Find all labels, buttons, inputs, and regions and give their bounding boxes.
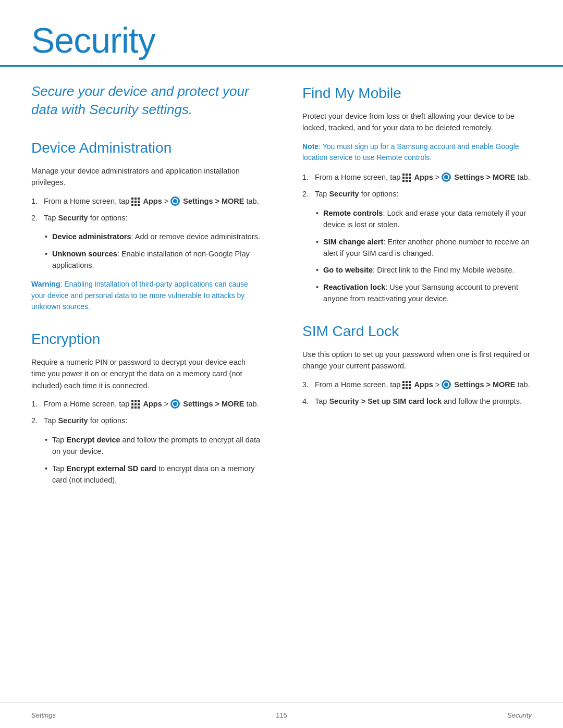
find-my-mobile-step-1: 1. From a Home screen, tap Apps > Settin… <box>302 172 532 183</box>
footer-page-number: 115 <box>276 710 287 721</box>
find-my-mobile-section: Find My Mobile Protect your device from … <box>302 82 532 305</box>
encryption-step-1: 1. From a Home screen, tap Apps > Settin… <box>31 399 261 410</box>
encryption-bullet-2: Tap Encrypt external SD card to encrypt … <box>45 463 261 486</box>
find-my-mobile-desc: Protect your device from loss or theft a… <box>302 110 532 134</box>
device-administration-desc: Manage your device administrators and ap… <box>31 165 261 189</box>
page-header: Security <box>0 0 563 67</box>
fmm-bullet-1: Remote controls: Lock and erase your dat… <box>316 207 532 231</box>
sim-card-lock-section: SIM Card Lock Use this option to set up … <box>302 320 532 407</box>
page-container: Security Secure your device and protect … <box>0 0 563 728</box>
device-administration-section: Device Administration Manage your device… <box>31 137 261 313</box>
footer-left: Settings <box>31 710 56 721</box>
encryption-step-2: 2. Tap Security for options: <box>31 415 261 427</box>
find-my-mobile-step-2: 2. Tap Security for options: <box>302 189 532 200</box>
sim-lock-step-3: 3. From a Home screen, tap Apps > Settin… <box>302 379 532 391</box>
apps-grid-icon-3 <box>402 174 411 182</box>
tagline: Secure your device and protect your data… <box>31 82 261 119</box>
fmm-bullet-2: SIM change alert: Enter another phone nu… <box>316 236 532 260</box>
device-admin-bullets: Device administrators: Add or remove dev… <box>45 231 261 271</box>
settings-icon-1 <box>170 196 180 206</box>
encryption-bullet-1: Tap Encrypt device and follow the prompt… <box>45 434 261 458</box>
find-my-mobile-bullets: Remote controls: Lock and erase your dat… <box>316 207 532 305</box>
sim-lock-step-4: 4. Tap Security > Set up SIM card lock a… <box>302 396 532 408</box>
right-column: Find My Mobile Protect your device from … <box>292 82 532 697</box>
encryption-steps: 1. From a Home screen, tap Apps > Settin… <box>31 399 261 427</box>
sim-card-lock-desc: Use this option to set up your password … <box>302 349 532 372</box>
device-administration-title: Device Administration <box>31 137 261 159</box>
apps-grid-icon-2 <box>131 400 140 409</box>
settings-icon-2 <box>170 399 180 409</box>
fmm-bullet-3: Go to website: Direct link to the Find m… <box>316 264 532 276</box>
page-title: Security <box>31 21 532 60</box>
device-admin-warning: Warning: Enabling installation of third-… <box>31 279 261 313</box>
device-admin-bullet-1: Device administrators: Add or remove dev… <box>45 231 261 242</box>
device-admin-step-2: 2. Tap Security for options: <box>31 213 261 224</box>
page-footer: Settings 115 Security <box>0 702 563 728</box>
apps-grid-icon-4 <box>402 381 411 389</box>
device-admin-step-1: 1. From a Home screen, tap Apps > Settin… <box>31 196 261 207</box>
sim-card-lock-steps: 3. From a Home screen, tap Apps > Settin… <box>302 379 532 408</box>
find-my-mobile-steps: 1. From a Home screen, tap Apps > Settin… <box>302 172 532 200</box>
device-admin-bullet-2: Unknown sources: Enable installation of … <box>45 248 261 272</box>
apps-grid-icon-1 <box>131 198 140 206</box>
encryption-desc: Require a numeric PIN or password to dec… <box>31 356 261 391</box>
left-column: Secure your device and protect your data… <box>31 82 271 697</box>
fmm-bullet-4: Reactivation lock: Use your Samsung acco… <box>316 281 532 305</box>
sim-card-lock-title: SIM Card Lock <box>302 320 532 342</box>
find-my-mobile-title: Find My Mobile <box>302 82 532 104</box>
main-content: Secure your device and protect your data… <box>0 67 563 728</box>
encryption-title: Encryption <box>31 328 261 350</box>
settings-icon-3 <box>442 172 451 182</box>
encryption-bullets: Tap Encrypt device and follow the prompt… <box>45 434 261 486</box>
encryption-section: Encryption Require a numeric PIN or pass… <box>31 328 261 486</box>
settings-icon-4 <box>442 380 451 389</box>
footer-right: Security <box>507 710 532 721</box>
device-admin-steps: 1. From a Home screen, tap Apps > Settin… <box>31 196 261 224</box>
find-my-mobile-note: Note: You must sign up for a Samsung acc… <box>302 141 532 164</box>
